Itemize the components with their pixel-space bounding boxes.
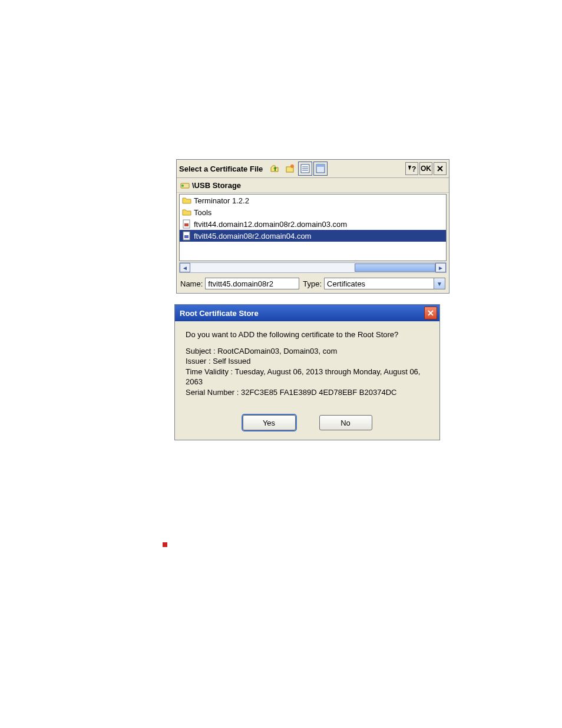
svg-rect-7 [316,164,325,167]
scroll-left-icon[interactable]: ◄ [180,263,190,272]
scroll-thumb[interactable] [355,263,435,272]
folder-icon [182,207,191,217]
titlebar: Root Certificate Store [175,305,439,321]
type-value: Certificates [325,279,434,288]
certificate-details: Subject : RootCADomain03, Domain03, com … [186,346,429,398]
serial-label: Serial Number : [186,388,239,397]
root-certificate-store-dialog: Root Certificate Store Do you want to AD… [174,304,440,440]
marker-icon [163,542,167,547]
dialog-title: Root Certificate Store [180,309,424,318]
scroll-track[interactable] [190,263,435,272]
list-item[interactable]: Tools [180,206,446,218]
select-certificate-file-dialog: Select a Certificate File ? OK \USB Stor… [176,159,449,294]
subject-value: RootCADomain03, Domain03, com [217,347,337,355]
scroll-right-icon[interactable]: ► [435,263,446,272]
details-view-icon[interactable] [313,162,328,176]
file-list[interactable]: Terminator 1.2.2 Tools ftvitt44.domain12… [179,194,447,261]
list-item-label: ftvitt45.domain08r2.domain04.com [194,232,311,241]
list-item[interactable]: ftvitt45.domain08r2.domain04.com [180,230,446,242]
new-folder-icon[interactable] [283,162,297,176]
list-item-label: Tools [194,208,211,217]
no-button[interactable]: No [319,415,372,430]
list-item[interactable]: Terminator 1.2.2 [180,195,446,206]
type-label: Type: [303,279,322,288]
svg-point-12 [181,185,184,187]
type-select[interactable]: Certificates ▼ [324,278,445,289]
footer-row: Name: Type: Certificates ▼ [177,275,449,293]
list-item-label: ftvitt44.domain12.domain08r2.domain03.co… [194,220,347,229]
dropdown-arrow-icon[interactable]: ▼ [434,278,445,289]
path-bar: \USB Storage [177,178,449,193]
ok-button[interactable]: OK [419,162,432,175]
folder-icon [182,196,191,205]
cert-file-icon [182,231,191,241]
storage-icon [180,180,190,190]
name-input[interactable] [205,278,299,289]
list-view-icon[interactable] [298,162,312,176]
svg-rect-16 [184,235,189,238]
list-item[interactable]: ftvitt44.domain12.domain08r2.domain03.co… [180,218,446,230]
svg-rect-14 [184,223,189,226]
path-label: \USB Storage [192,181,241,190]
close-button[interactable] [434,162,447,175]
cert-file-icon [182,219,191,229]
dialog-body: Do you want to ADD the following certifi… [175,321,439,409]
list-item-label: Terminator 1.2.2 [194,196,249,205]
issuer-label: Issuer : [186,357,211,365]
close-button[interactable] [424,307,437,319]
subject-label: Subject : [186,347,216,355]
yes-button[interactable]: Yes [243,415,296,430]
horizontal-scrollbar[interactable]: ◄ ► [179,262,447,273]
up-folder-icon[interactable] [267,162,282,176]
name-label: Name: [180,279,203,288]
context-help-button[interactable]: ? [405,162,418,175]
button-row: Yes No [175,409,439,440]
titlebar: Select a Certificate File ? OK [177,160,449,178]
svg-text:?: ? [412,165,416,173]
issuer-value: Self Issued [213,357,250,365]
svg-point-1 [290,164,294,168]
validity-label: Time Validity : [186,367,233,376]
serial-value: 32FC3E85 FA1E389D 4ED78EBF B20374DC [241,388,397,397]
question-text: Do you want to ADD the following certifi… [186,330,429,340]
dialog-title: Select a Certificate File [179,164,266,173]
